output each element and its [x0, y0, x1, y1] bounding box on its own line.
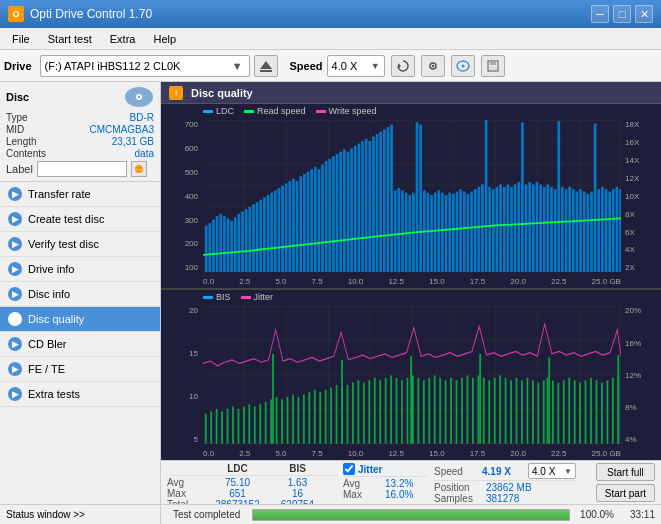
verify-test-disc-label: Verify test disc: [28, 238, 99, 250]
svg-rect-183: [314, 390, 316, 444]
svg-rect-231: [543, 381, 545, 444]
start-full-button[interactable]: Start full: [596, 463, 655, 481]
drive-dropdown-arrow[interactable]: ▼: [230, 60, 245, 72]
menu-help[interactable]: Help: [145, 31, 184, 47]
eject-button[interactable]: [254, 55, 278, 77]
disc-label-input[interactable]: [37, 161, 127, 177]
svg-rect-132: [561, 187, 564, 273]
disc-quality-title: Disc quality: [191, 87, 253, 99]
jitter-avg-val: 13.2%: [385, 478, 413, 489]
svg-rect-68: [332, 156, 335, 272]
sidebar-item-extra-tests[interactable]: ▶ Extra tests: [0, 382, 160, 407]
create-test-disc-label: Create test disc: [28, 213, 104, 225]
svg-rect-236: [568, 378, 570, 444]
app-title: Opti Drive Control 1.70: [30, 7, 152, 21]
disc-info-icon: ▶: [8, 287, 22, 301]
speed-position-stats: Speed 4.19 X 4.0 X ▼ Position 23862 MB S…: [434, 463, 576, 502]
sidebar-item-verify-test-disc[interactable]: ▶ Verify test disc: [0, 232, 160, 257]
svg-rect-71: [343, 149, 346, 272]
svg-rect-119: [507, 184, 510, 272]
svg-rect-103: [445, 195, 448, 272]
svg-rect-84: [390, 125, 393, 273]
start-buttons: Start full Start part: [588, 463, 655, 502]
refresh-button[interactable]: [391, 55, 415, 77]
svg-rect-79: [372, 136, 375, 272]
svg-rect-143: [605, 189, 608, 272]
jitter-legend-label: Jitter: [254, 292, 274, 302]
svg-rect-244: [612, 378, 614, 444]
save-button[interactable]: [481, 55, 505, 77]
write-legend-dot: [316, 110, 326, 113]
svg-rect-223: [499, 376, 501, 444]
svg-rect-172: [254, 407, 256, 444]
svg-rect-63: [314, 167, 317, 272]
svg-rect-41: [234, 217, 237, 272]
sidebar-item-fe-te[interactable]: ▶ FE / TE: [0, 357, 160, 382]
svg-rect-212: [439, 378, 441, 444]
svg-rect-240: [590, 378, 592, 444]
svg-rect-203: [341, 360, 343, 444]
maximize-button[interactable]: □: [613, 5, 631, 23]
svg-rect-111: [474, 189, 477, 272]
menu-file[interactable]: File: [4, 31, 38, 47]
svg-rect-199: [401, 381, 403, 444]
disc-contents-value: data: [135, 148, 154, 159]
svg-rect-140: [590, 191, 593, 272]
sidebar-item-disc-quality[interactable]: ▶ Disc quality: [0, 307, 160, 332]
bottom-chart-svg-area: [203, 306, 621, 444]
toolbar: Drive (F:) ATAPI iHBS112 2 CL0K ▼ Speed …: [0, 50, 661, 82]
svg-rect-215: [456, 381, 458, 444]
status-window-button[interactable]: Status window >>: [0, 504, 160, 524]
svg-rect-43: [241, 211, 244, 272]
menu-extra[interactable]: Extra: [102, 31, 144, 47]
speed-select-display[interactable]: 4.0 X ▼: [327, 55, 385, 77]
svg-rect-208: [417, 378, 419, 444]
fe-te-label: FE / TE: [28, 363, 65, 375]
svg-rect-194: [374, 378, 376, 444]
svg-rect-169: [238, 409, 240, 444]
minimize-button[interactable]: ─: [591, 5, 609, 23]
svg-marker-2: [398, 63, 401, 69]
speed-stat-select[interactable]: 4.0 X ▼: [528, 463, 576, 479]
svg-rect-145: [612, 189, 615, 272]
disc-button[interactable]: [451, 55, 475, 77]
sidebar-item-cd-bler[interactable]: ▶ CD Bler: [0, 332, 160, 357]
bottom-chart-y-labels-right: 20% 16% 12% 8% 4%: [623, 306, 659, 444]
svg-rect-54: [281, 186, 284, 273]
svg-rect-201: [412, 376, 414, 444]
sidebar-item-create-test-disc[interactable]: ▶ Create test disc: [0, 207, 160, 232]
svg-rect-206: [548, 358, 550, 444]
avg-label: Avg: [167, 477, 205, 488]
svg-rect-178: [287, 397, 289, 444]
svg-rect-222: [494, 378, 496, 444]
svg-rect-116: [496, 187, 499, 273]
svg-rect-171: [248, 405, 250, 444]
sidebar-item-drive-info[interactable]: ▶ Drive info: [0, 257, 160, 282]
svg-rect-245: [617, 376, 619, 444]
svg-rect-128: [543, 187, 546, 273]
svg-rect-49: [263, 197, 266, 272]
extra-tests-icon: ▶: [8, 387, 22, 401]
svg-rect-53: [278, 188, 281, 272]
sidebar-item-transfer-rate[interactable]: ▶ Transfer rate: [0, 182, 160, 207]
svg-rect-76: [361, 141, 364, 272]
start-part-button[interactable]: Start part: [596, 484, 655, 502]
speed-dropdown-arrow[interactable]: ▼: [371, 61, 380, 71]
svg-rect-204: [410, 357, 412, 444]
bis-avg-val: 1.63: [270, 477, 325, 488]
sidebar-item-disc-info[interactable]: ▶ Disc info: [0, 282, 160, 307]
svg-rect-230: [537, 383, 539, 444]
close-button[interactable]: ✕: [635, 5, 653, 23]
transfer-rate-label: Transfer rate: [28, 188, 91, 200]
disc-length-label: Length: [6, 136, 37, 147]
svg-rect-109: [467, 194, 470, 273]
label-edit-button[interactable]: ⋯: [131, 161, 147, 177]
svg-rect-232: [546, 378, 548, 444]
settings-button[interactable]: [421, 55, 445, 77]
svg-rect-219: [477, 376, 479, 444]
svg-rect-124: [528, 182, 531, 272]
svg-rect-112: [477, 187, 480, 273]
jitter-checkbox[interactable]: [343, 463, 355, 475]
menu-start-test[interactable]: Start test: [40, 31, 100, 47]
drive-select[interactable]: (F:) ATAPI iHBS112 2 CL0K ▼: [40, 55, 250, 77]
